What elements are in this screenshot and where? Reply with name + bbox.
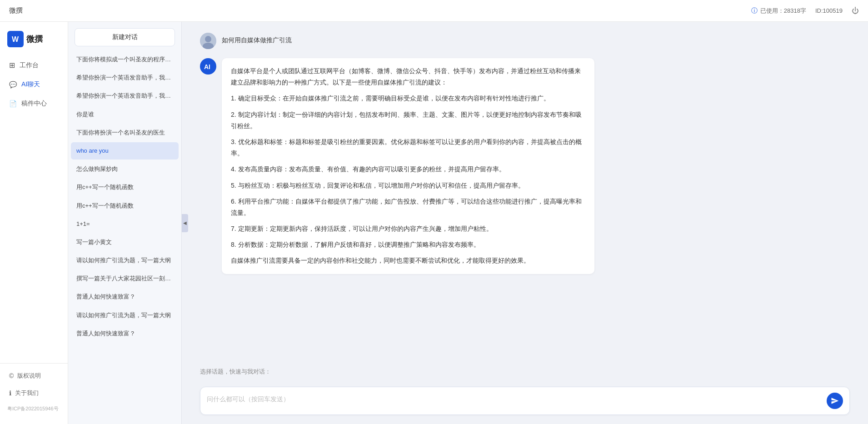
chat-area: 如何用自媒体做推广引流 AI 自媒体平台是个人或团队通过互联网平台（如博客、微博… (182, 22, 868, 424)
usage-icon: ⓘ (751, 7, 758, 15)
history-item[interactable]: who are you (71, 142, 179, 160)
sidebar-copyright-label: 版权说明 (17, 372, 41, 380)
left-sidebar: W 微撰 ⊞ 工作台 💬 AI聊天 📄 稿件中心 © 版权说明 (0, 22, 68, 424)
sidebar-item-ai-chat[interactable]: 💬 AI聊天 (0, 76, 68, 93)
send-button[interactable] (827, 393, 843, 409)
icp-text: 粤ICP备2022015946号 (0, 403, 68, 415)
ai-paragraph: 自媒体平台是个人或团队通过互联网平台（如博客、微博、微信公众号、抖音、快手等）发… (231, 65, 585, 88)
history-item[interactable]: 普通人如何快速致富？ (71, 325, 179, 342)
top-header: 微撰 ⓘ 已使用：28318字 ID:100519 ⏻ (0, 0, 868, 22)
ai-message-bubble: 自媒体平台是个人或团队通过互联网平台（如博客、微博、微信公众号、抖音、快手等）发… (222, 58, 594, 274)
ai-paragraph: 4. 发布高质量内容：发布高质量、有价值、有趣的内容可以吸引更多的粉丝，并提高用… (231, 164, 585, 175)
sidebar-item-ai-chat-label: AI聊天 (21, 80, 40, 89)
sidebar-about-label: 关于我们 (15, 389, 39, 397)
sidebar-about[interactable]: ℹ 关于我们 (0, 385, 68, 401)
sidebar-item-drafts[interactable]: 📄 稿件中心 (0, 95, 68, 112)
collapse-button[interactable]: ◀ (182, 214, 188, 232)
history-item[interactable]: 写一篇小黄文 (71, 234, 179, 251)
sidebar-nav: ⊞ 工作台 💬 AI聊天 📄 稿件中心 (0, 56, 68, 363)
ai-message: AI 自媒体平台是个人或团队通过互联网平台（如博客、微博、微信公众号、抖音、快手… (200, 58, 850, 274)
sidebar-logo: W 微撰 (0, 31, 68, 56)
history-item[interactable]: 撰写一篇关于八大家花园社区一刻钟便民生... (71, 270, 179, 287)
logo-icon: W (7, 31, 24, 47)
history-item[interactable]: 普通人如何快速致富？ (71, 288, 179, 305)
power-icon[interactable]: ⏻ (852, 7, 859, 15)
quick-topics-label: 选择话题，快速与我对话： (200, 368, 850, 376)
history-item[interactable]: 你是谁 (71, 106, 179, 123)
ai-paragraph: 1. 确定目标受众：在开始自媒体推广引流之前，需要明确目标受众是谁，以便在发布内… (231, 93, 585, 104)
svg-point-2 (205, 36, 211, 42)
ai-paragraph: 3. 优化标题和标签：标题和标签是吸引粉丝的重要因素。优化标题和标签可以让更多的… (231, 136, 585, 159)
page-title: 微撰 (9, 6, 23, 15)
new-conversation-button[interactable]: 新建对话 (75, 28, 175, 46)
ai-paragraph: 8. 分析数据：定期分析数据，了解用户反馈和喜好，以便调整推广策略和内容发布频率… (231, 239, 585, 250)
ai-paragraph: 7. 定期更新：定期更新内容，保持活跃度，可以让用户对你的内容产生兴趣，增加用户… (231, 223, 585, 234)
id-text: ID:100519 (815, 7, 843, 14)
header-right: ⓘ 已使用：28318字 ID:100519 ⏻ (751, 7, 859, 15)
ai-paragraph: 2. 制定内容计划：制定一份详细的内容计划，包括发布时间、频率、主题、文案、图片… (231, 109, 585, 132)
history-list: 下面你将模拟成一个叫圣友的程序员，我说...希望你扮演一个英语发音助手，我提供给… (68, 51, 181, 424)
sidebar-item-drafts-label: 稿件中心 (21, 100, 47, 108)
svg-text:AI: AI (204, 63, 210, 70)
user-message: 如何用自媒体做推广引流 (200, 33, 850, 49)
history-item[interactable]: 用c++写一个随机函数 (71, 197, 179, 214)
history-item[interactable]: 请以如何推广引流为题，写一篇大纲 (71, 307, 179, 324)
usage-info: ⓘ 已使用：28318字 (751, 7, 806, 15)
history-item[interactable]: 下面你将模拟成一个叫圣友的程序员，我说... (71, 51, 179, 68)
quick-topics: 选择话题，快速与我对话： (182, 363, 868, 382)
about-icon: ℹ (9, 389, 11, 397)
history-panel: 新建对话 下面你将模拟成一个叫圣友的程序员，我说...希望你扮演一个英语发音助手… (68, 22, 182, 424)
history-item[interactable]: 1+1= (71, 215, 179, 233)
ai-avatar: AI (200, 58, 216, 75)
user-avatar (200, 33, 216, 49)
sidebar-copyright[interactable]: © 版权说明 (0, 368, 68, 384)
chat-messages: 如何用自媒体做推广引流 AI 自媒体平台是个人或团队通过互联网平台（如博客、微博… (182, 22, 868, 363)
history-item[interactable]: 下面你将扮演一个名叫圣友的医生 (71, 124, 179, 141)
ai-paragraph: 6. 利用平台推广功能：自媒体平台都提供了推广功能，如广告投放、付费推广等，可以… (231, 196, 585, 219)
sidebar-bottom: © 版权说明 ℹ 关于我们 粤ICP备2022015946号 (0, 363, 68, 415)
sidebar-item-workbench[interactable]: ⊞ 工作台 (0, 56, 68, 74)
copyright-icon: © (9, 372, 14, 379)
workbench-icon: ⊞ (9, 61, 15, 70)
history-item[interactable]: 希望你扮演一个英语发音助手，我提供给你... (71, 87, 179, 105)
svg-text:W: W (12, 35, 19, 43)
ai-chat-icon: 💬 (9, 81, 17, 88)
usage-text: 已使用：28318字 (760, 7, 806, 15)
history-item[interactable]: 怎么做狗屎炒肉 (71, 160, 179, 178)
main-layout: W 微撰 ⊞ 工作台 💬 AI聊天 📄 稿件中心 © 版权说明 (0, 22, 868, 424)
history-item[interactable]: 请以如何推广引流为题，写一篇大纲 (71, 252, 179, 269)
input-area (182, 382, 868, 424)
ai-paragraph: 5. 与粉丝互动：积极与粉丝互动，回复评论和私信，可以增加用户对你的认可和信任，… (231, 180, 585, 191)
chat-input[interactable] (207, 392, 827, 410)
history-item[interactable]: 希望你扮演一个英语发音助手，我提供给你... (71, 69, 179, 86)
ai-paragraph: 自媒体推广引流需要具备一定的内容创作和社交能力，同时也需要不断尝试和优化，才能取… (231, 255, 585, 266)
input-wrapper (200, 387, 850, 415)
history-item[interactable]: 用c++写一个随机函数 (71, 179, 179, 196)
logo-text: 微撰 (26, 34, 43, 45)
sidebar-item-workbench-label: 工作台 (20, 61, 39, 70)
drafts-icon: 📄 (9, 100, 17, 107)
user-message-text: 如何用自媒体做推广引流 (222, 33, 292, 45)
